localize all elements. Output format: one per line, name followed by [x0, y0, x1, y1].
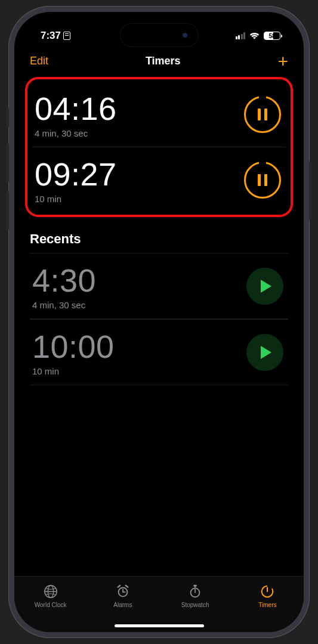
- recent-timer-label: 4 min, 30 sec: [32, 300, 96, 310]
- edit-button[interactable]: Edit: [30, 55, 48, 67]
- tab-label: Alarms: [113, 602, 132, 608]
- start-button[interactable]: [246, 268, 283, 305]
- cellular-signal-icon: [236, 32, 246, 39]
- recent-timer-label: 10 min: [32, 366, 115, 376]
- recent-timer-row[interactable]: 4:30 4 min, 30 sec: [30, 253, 288, 319]
- tab-label: Stopwatch: [181, 602, 209, 608]
- svg-line-7: [118, 586, 121, 587]
- recent-timer-time: 10:00: [32, 328, 115, 365]
- active-timer-row[interactable]: 09:27 10 min: [32, 147, 286, 212]
- pause-icon: [258, 174, 267, 186]
- timer-remaining: 09:27: [35, 156, 117, 193]
- play-icon: [261, 280, 271, 293]
- svg-rect-12: [193, 585, 197, 587]
- tab-stopwatch[interactable]: Stopwatch: [159, 584, 231, 608]
- add-timer-button[interactable]: +: [277, 55, 288, 67]
- tab-label: World Clock: [35, 602, 67, 608]
- recents-heading: Recents: [14, 217, 304, 253]
- clock-app-screen: 7:37 58 Edit Timers +: [14, 12, 304, 632]
- pause-button[interactable]: [244, 96, 281, 133]
- active-timer-row[interactable]: 04:16 4 min, 30 sec: [32, 82, 286, 147]
- nav-header: Edit Timers +: [14, 47, 304, 73]
- tab-bar: World Clock Alarms: [14, 576, 304, 632]
- svg-line-8: [126, 586, 128, 587]
- stopwatch-icon: [187, 584, 203, 599]
- recent-timer-time: 4:30: [32, 262, 96, 299]
- wifi-icon: [249, 32, 260, 40]
- home-indicator[interactable]: [115, 624, 204, 627]
- page-title: Timers: [146, 55, 181, 67]
- timer-label: 4 min, 30 sec: [35, 128, 117, 138]
- battery-indicator: 58: [264, 32, 282, 40]
- globe-icon: [42, 584, 59, 599]
- pause-icon: [258, 109, 267, 120]
- timer-label: 10 min: [35, 194, 117, 204]
- tab-label: Timers: [258, 602, 276, 608]
- dynamic-island: [121, 24, 198, 47]
- timer-remaining: 04:16: [35, 90, 117, 127]
- play-icon: [261, 346, 271, 359]
- active-timers-highlight: 04:16 4 min, 30 sec 09:27 10 min: [25, 77, 293, 217]
- tab-world-clock[interactable]: World Clock: [14, 584, 87, 608]
- alarm-clock-icon: [115, 584, 131, 599]
- status-time: 7:37: [41, 30, 61, 42]
- pause-button[interactable]: [244, 162, 281, 199]
- focus-icon: [63, 32, 70, 40]
- start-button[interactable]: [246, 334, 283, 371]
- timer-icon: [259, 584, 276, 599]
- tab-alarms[interactable]: Alarms: [87, 584, 159, 608]
- tab-timers[interactable]: Timers: [231, 584, 304, 608]
- recent-timer-row[interactable]: 10:00 10 min: [30, 319, 288, 385]
